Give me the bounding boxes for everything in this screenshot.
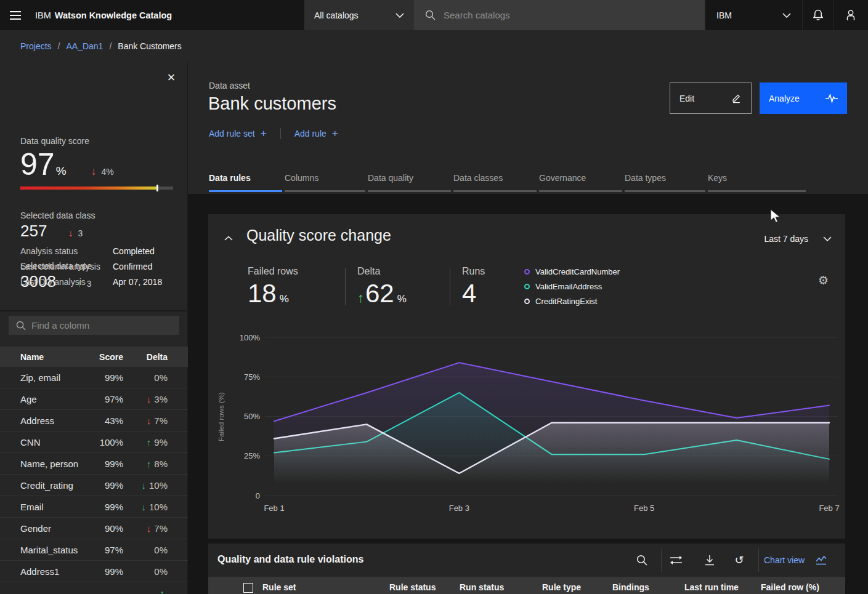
- find-column-input[interactable]: [31, 320, 167, 331]
- column-name: Name, person: [20, 459, 89, 469]
- catalog-selector-label: All catalogs: [314, 10, 359, 20]
- column-row[interactable]: Gender90%↓7%: [0, 518, 188, 539]
- legend-ring-icon: [524, 269, 530, 275]
- column-table-header: Name Score Delta: [0, 347, 188, 367]
- column-row[interactable]: Age97%↓3%: [0, 388, 188, 410]
- analysis-status-row: Analysis status Completed: [20, 244, 174, 259]
- violations-column-header[interactable]: Rule type: [542, 582, 581, 592]
- time-range-selector[interactable]: Last 7 days: [764, 234, 832, 244]
- violations-column-header[interactable]: Rule status: [389, 582, 436, 592]
- column-row[interactable]: Marital_status97%0%: [0, 539, 188, 561]
- violations-column-header[interactable]: Last run time: [684, 582, 739, 592]
- column-table-body: Zip, email99%0%Age97%↓3%Address43%↓7%CNN…: [0, 367, 188, 594]
- add-rule-link[interactable]: Add rule +: [294, 127, 338, 140]
- column-delta: 0%: [123, 566, 168, 577]
- chevron-down-icon: [823, 236, 832, 241]
- arrow-down-icon: ↓: [141, 480, 146, 491]
- analyze-button[interactable]: Analyze: [760, 82, 847, 114]
- stat-failed-rows: Failed rows 18 %: [248, 266, 298, 307]
- tab-underline: [539, 190, 622, 192]
- violations-column-header[interactable]: Run status: [460, 582, 504, 592]
- tab-label: Data types: [625, 173, 705, 187]
- quality-score-change-card: Quality score change Last 7 days Failed …: [208, 214, 845, 539]
- activity-pulse-icon: [825, 94, 838, 103]
- svg-text:100%: 100%: [240, 333, 261, 342]
- arrow-up-icon: ↑: [357, 290, 364, 306]
- stat-delta: Delta ↑ 62 %: [357, 266, 407, 307]
- tab-data-types[interactable]: Data types: [625, 173, 705, 192]
- tab-underline: [453, 190, 537, 192]
- column-delta: 0%: [123, 545, 168, 555]
- tab-governance[interactable]: Governance: [539, 173, 622, 192]
- reset-icon[interactable]: ↺: [728, 549, 750, 571]
- tab-columns[interactable]: Columns: [285, 173, 365, 192]
- breadcrumb-current: Bank Customers: [118, 41, 181, 51]
- filter-adjust-icon[interactable]: [665, 549, 687, 571]
- close-icon[interactable]: ×: [163, 69, 180, 86]
- svg-text:50%: 50%: [244, 412, 260, 421]
- violations-column-header[interactable]: Bindings: [612, 582, 649, 592]
- violations-column-header[interactable]: Rule set: [262, 582, 296, 592]
- collapse-chevron-up-icon[interactable]: [224, 234, 233, 243]
- tab-underline: [209, 190, 282, 192]
- breadcrumb-separator: /: [58, 41, 60, 51]
- account-selector-label: IBM: [716, 10, 732, 20]
- select-all-checkbox[interactable]: [243, 583, 253, 593]
- violations-card: Quality and data rule violations ↺ Chart…: [208, 544, 845, 594]
- chart-legend: ValidCreditCardNumberValidEmailAddressCr…: [524, 267, 620, 306]
- legend-label: ValidEmailAddress: [535, 282, 602, 291]
- catalog-search[interactable]: [414, 0, 705, 30]
- download-icon[interactable]: [699, 549, 721, 571]
- tab-label: Governance: [539, 173, 622, 187]
- breadcrumb-projects[interactable]: Projects: [20, 41, 52, 51]
- tab-data-rules[interactable]: Data rules: [209, 173, 282, 192]
- edit-button[interactable]: Edit: [670, 82, 752, 114]
- legend-item[interactable]: ValidEmailAddress: [524, 282, 620, 291]
- arrow-down-icon: ↓: [147, 415, 152, 426]
- edit-pencil-icon: [731, 93, 742, 103]
- column-row[interactable]: Address43%↓7%: [0, 410, 188, 431]
- violations-column-header[interactable]: Failed row (%): [761, 582, 819, 592]
- tab-data-classes[interactable]: Data classes: [453, 173, 537, 192]
- column-row[interactable]: Zip, email99%0%: [0, 367, 188, 388]
- catalog-selector[interactable]: All catalogs: [304, 0, 414, 30]
- chevron-down-icon: [395, 13, 404, 18]
- profile-button[interactable]: [833, 0, 868, 30]
- svg-text:Feb 3: Feb 3: [449, 504, 469, 513]
- column-delta: ↑9%: [123, 437, 168, 448]
- column-row[interactable]: Email99%↓10%: [0, 496, 188, 518]
- column-row[interactable]: Credit_rating99%↓10%: [0, 475, 188, 496]
- tab-underline: [368, 190, 451, 192]
- gauge-marker: [156, 185, 158, 191]
- tab-keys[interactable]: Keys: [708, 173, 806, 192]
- notifications-button[interactable]: [802, 0, 833, 30]
- bell-icon: [812, 9, 824, 22]
- breadcrumb-separator: /: [109, 41, 112, 51]
- add-rule-set-link[interactable]: Add rule set +: [209, 127, 267, 140]
- gear-icon[interactable]: ⚙: [818, 273, 829, 287]
- search-input[interactable]: [444, 10, 665, 20]
- divider: [280, 128, 281, 139]
- search-icon[interactable]: [631, 549, 653, 571]
- arrow-up-icon: ↑: [160, 588, 165, 594]
- arrow-down-icon: ↓: [68, 228, 73, 239]
- column-row[interactable]: ↑: [0, 582, 188, 594]
- column-name: Gender: [20, 523, 89, 534]
- tab-underline: [285, 190, 365, 192]
- column-row[interactable]: CNN100%↑9%: [0, 431, 188, 453]
- breadcrumb-project[interactable]: AA_Dan1: [66, 41, 103, 51]
- legend-label: CreditRatingExist: [535, 297, 597, 306]
- data-class-label: Selected data class: [20, 211, 95, 220]
- menu-icon[interactable]: [0, 0, 30, 30]
- column-row[interactable]: Name, person99%↑8%: [0, 453, 188, 475]
- page-title: Bank customers: [208, 94, 336, 114]
- find-column-search[interactable]: [9, 316, 179, 335]
- breadcrumb: Projects / AA_Dan1 / Bank Customers: [0, 30, 868, 62]
- tab-data-quality[interactable]: Data quality: [368, 173, 451, 192]
- column-row[interactable]: Address199%0%: [0, 561, 188, 582]
- divider: [345, 268, 346, 305]
- legend-item[interactable]: ValidCreditCardNumber: [524, 267, 620, 276]
- account-selector[interactable]: IBM: [705, 0, 802, 30]
- legend-item[interactable]: CreditRatingExist: [524, 297, 620, 306]
- chart-view-toggle[interactable]: Chart view: [764, 544, 827, 577]
